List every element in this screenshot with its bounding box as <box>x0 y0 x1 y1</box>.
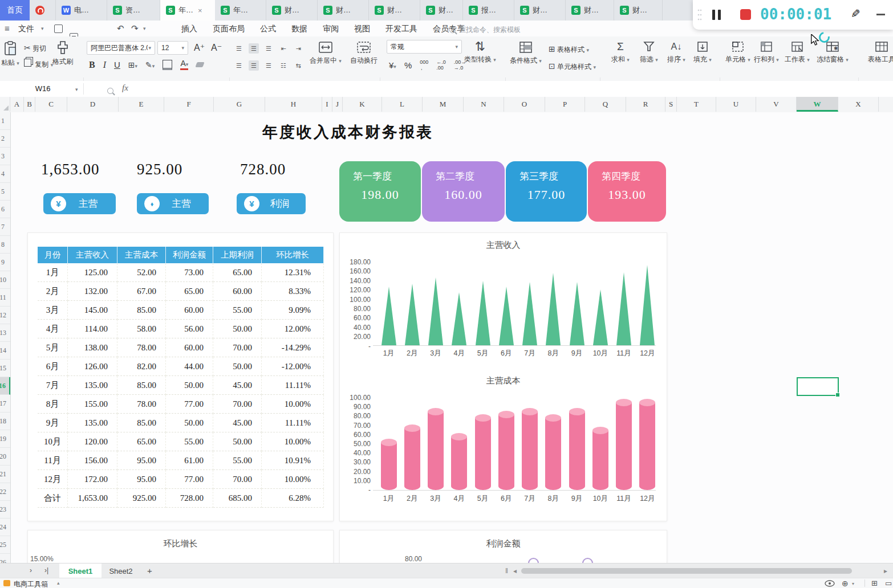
row-header-7[interactable]: 7 <box>0 218 10 236</box>
column-header-E[interactable]: E <box>119 97 164 112</box>
file-menu-caret-icon[interactable]: ▾ <box>41 26 44 31</box>
decrease-font-button[interactable]: A⁻ <box>211 42 222 53</box>
font-name-select[interactable]: 阿里巴巴普惠体 2.0▾ <box>87 41 155 55</box>
cut-button[interactable]: ✂ 剪切 <box>24 43 46 54</box>
row-header-4[interactable]: 4 <box>0 165 10 183</box>
type-convert-button[interactable]: ⇅ 类型转换 ▾ <box>464 41 496 64</box>
pause-button[interactable] <box>712 10 721 20</box>
document-tab[interactable]: S资… <box>107 0 160 21</box>
ribbon-tab-公式[interactable]: 公式 <box>260 24 276 34</box>
conditional-format-button[interactable]: 条件格式 ▾ <box>510 41 542 66</box>
column-header-P[interactable]: P <box>545 97 585 112</box>
bold-button[interactable]: B <box>89 60 95 70</box>
percent-button[interactable]: % <box>404 60 412 70</box>
ribbon-tab-页面布局[interactable]: 页面布局 <box>213 24 245 34</box>
table-style-button[interactable]: ⊞ 表格样式 ▾ <box>549 44 589 55</box>
column-header-U[interactable]: U <box>716 97 756 112</box>
font-size-select[interactable]: 12▾ <box>157 41 188 55</box>
row-header-23[interactable]: 23 <box>0 501 10 518</box>
row-header-1[interactable]: 1 <box>0 112 10 130</box>
row-header-19[interactable]: 19 <box>0 430 10 448</box>
row-header-18[interactable]: 18 <box>0 413 10 430</box>
worksheet-button[interactable]: 工作表 ▾ <box>785 41 810 64</box>
column-header-H[interactable]: H <box>265 97 322 112</box>
row-header-6[interactable]: 6 <box>0 201 10 218</box>
selected-cell[interactable] <box>797 377 839 396</box>
add-sheet-button[interactable]: + <box>147 566 152 575</box>
document-tab[interactable]: S财… <box>614 0 663 21</box>
ecommerce-toolbox-button[interactable]: 电商工具箱 <box>14 579 48 588</box>
format-painter-button[interactable]: 格式刷 <box>52 41 73 67</box>
summary-button-利润[interactable]: ¥利润 <box>237 193 306 214</box>
hscroll-right-arrow-icon[interactable]: ▸ <box>884 567 887 575</box>
borders-button[interactable]: ⊞▾ <box>128 60 137 70</box>
row-header-3[interactable]: 3 <box>0 148 10 165</box>
document-tab[interactable]: S财… <box>266 0 318 21</box>
row-header-9[interactable]: 9 <box>0 254 10 271</box>
italic-button[interactable]: I <box>103 60 106 70</box>
align-center-button[interactable]: ☰ <box>249 60 259 71</box>
thousands-button[interactable]: 000 , <box>420 59 428 71</box>
column-header-Q[interactable]: Q <box>585 97 626 112</box>
hamburger-icon[interactable]: ≡ <box>5 23 10 33</box>
name-box[interactable]: W16 <box>23 84 63 93</box>
align-top-left-button[interactable]: ☰ <box>234 43 244 54</box>
column-header-L[interactable]: L <box>382 97 423 112</box>
fill-button[interactable]: 填充 ▾ <box>693 41 712 64</box>
fill-color-button[interactable] <box>163 60 172 70</box>
ribbon-tab-审阅[interactable]: 审阅 <box>323 24 339 34</box>
row-header-10[interactable]: 10 <box>0 271 10 289</box>
column-header-G[interactable]: G <box>214 97 265 112</box>
normal-view-icon[interactable]: ⊞ <box>871 579 878 587</box>
row-header-13[interactable]: 13 <box>0 324 10 342</box>
document-tab[interactable]: S财… <box>514 0 566 21</box>
decrease-indent-button[interactable]: ⇤ <box>278 43 289 54</box>
sort-button[interactable]: A↓ 排序 ▾ <box>667 41 685 64</box>
row-header-8[interactable]: 8 <box>0 236 10 254</box>
formula-input[interactable] <box>137 81 893 96</box>
filter-button[interactable]: 筛选 ▾ <box>640 41 658 64</box>
document-tab[interactable]: W电… <box>56 0 107 21</box>
column-header-I[interactable]: I <box>322 97 332 112</box>
align-left-button[interactable]: ☰ <box>234 60 244 71</box>
row-header-26[interactable]: 26 <box>0 554 10 563</box>
align-right-button[interactable]: ☰ <box>263 60 274 71</box>
align-top-center-button[interactable]: ☰ <box>249 43 259 54</box>
tab-close-icon[interactable]: × <box>198 6 202 15</box>
column-header-M[interactable]: M <box>423 97 464 112</box>
center-view-caret-icon[interactable]: ▾ <box>852 581 854 586</box>
justify-button[interactable]: ☷ <box>278 60 289 71</box>
increase-decimal-button[interactable]: ←.0.00 <box>436 59 446 71</box>
row-header-14[interactable]: 14 <box>0 342 10 360</box>
row-header-17[interactable]: 17 <box>0 395 10 413</box>
center-view-icon[interactable]: ⊕ <box>842 579 849 588</box>
home-tab[interactable]: 首页 <box>0 0 30 21</box>
row-header-22[interactable]: 22 <box>0 483 10 501</box>
document-tab[interactable]: S报… <box>463 0 514 21</box>
toolbox-collapse-icon[interactable]: ▴ <box>57 580 60 586</box>
increase-font-button[interactable]: A⁺ <box>194 42 205 53</box>
number-format-select[interactable]: 常规▾ <box>387 40 462 54</box>
column-header-X[interactable]: X <box>838 97 879 112</box>
merge-center-button[interactable]: 合并居中 ▾ <box>310 41 342 66</box>
summary-button-主营[interactable]: ⬪主营 <box>137 193 209 214</box>
eye-icon[interactable] <box>825 580 835 587</box>
column-header-T[interactable]: T <box>677 97 716 112</box>
column-header-A[interactable]: A <box>10 97 24 112</box>
document-tab[interactable]: S财… <box>566 0 614 21</box>
column-header-W[interactable]: W <box>797 97 838 112</box>
document-tab[interactable]: S财… <box>420 0 463 21</box>
sheet-tab-Sheet2[interactable]: Sheet2 <box>102 564 140 578</box>
pen-icon[interactable]: ✎ <box>851 7 860 21</box>
sheet-nav-next-icon[interactable]: › <box>30 566 32 574</box>
sheet-area[interactable]: 1234567891011121314151617181920212223242… <box>0 112 893 563</box>
hscroll-left-arrow-icon[interactable]: ◂ <box>513 567 517 575</box>
quickbar-caret-icon[interactable]: ▾ <box>143 26 146 31</box>
command-search[interactable]: 查找命令、搜索模板 <box>449 25 521 35</box>
table-tools-button[interactable]: 表格工具 <box>864 41 893 64</box>
paste-button[interactable]: 粘贴 ▾ <box>1 41 19 68</box>
column-header-V[interactable]: V <box>756 97 797 112</box>
stop-record-button[interactable] <box>740 9 751 20</box>
new-file-icon[interactable] <box>54 24 63 33</box>
column-header-N[interactable]: N <box>464 97 504 112</box>
